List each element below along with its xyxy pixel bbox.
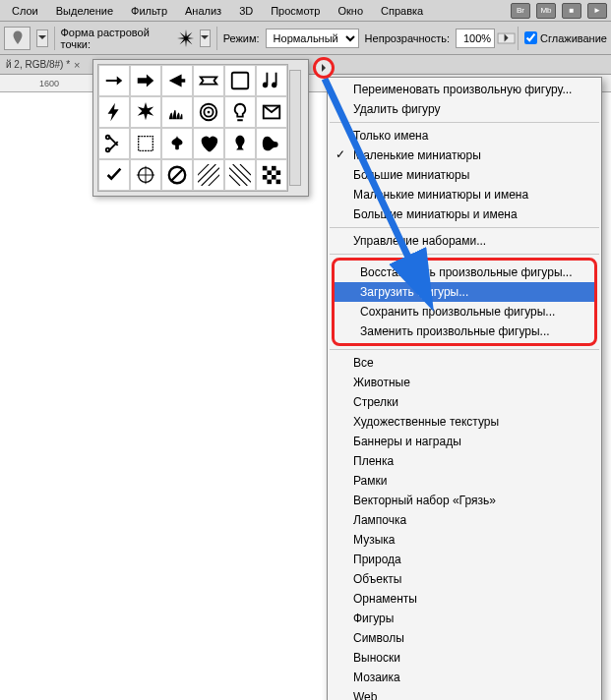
svg-line-15: [229, 168, 247, 186]
lightbulb-icon[interactable]: [224, 96, 256, 128]
antialias-checkbox[interactable]: Сглаживание: [524, 31, 607, 44]
prohibit-icon[interactable]: [161, 159, 193, 191]
shape-grid: [97, 64, 288, 192]
menu-preset-item[interactable]: Орнаменты: [328, 589, 601, 609]
frame-icon[interactable]: [224, 65, 256, 96]
minibridge-icon[interactable]: Mb: [536, 3, 556, 19]
menu-preset-item[interactable]: Музыка: [328, 530, 601, 550]
tool-options-bar: Форма растровой точки: Режим: Нормальный…: [0, 22, 611, 55]
menu-preset-item[interactable]: Выноски: [328, 648, 601, 668]
separator: [330, 349, 599, 350]
flyout-menu: Переименовать произвольную фигуру... Уда…: [327, 77, 602, 700]
target-icon[interactable]: [193, 96, 224, 128]
menu-preset-item[interactable]: Векторный набор «Грязь»: [328, 491, 601, 510]
burst-icon[interactable]: [130, 96, 161, 128]
separator: [330, 254, 599, 255]
menu-preset-item[interactable]: Объекты: [328, 569, 601, 589]
arrow-bold-icon[interactable]: [130, 65, 161, 96]
menu-save-shapes[interactable]: Сохранить произвольные фигуры...: [335, 302, 594, 321]
svg-rect-22: [276, 170, 281, 175]
note-icon[interactable]: [256, 65, 287, 96]
menu-names-only[interactable]: Только имена: [328, 126, 601, 146]
envelope-icon[interactable]: [256, 96, 287, 128]
menu-replace-shapes[interactable]: Заменить произвольные фигуры...: [335, 321, 594, 341]
antialias-label: Сглаживание: [540, 32, 607, 44]
blob-icon[interactable]: [256, 128, 287, 159]
svg-line-12: [202, 168, 219, 186]
check-icon[interactable]: [98, 159, 130, 191]
arrow-right-icon[interactable]: [98, 65, 130, 96]
screen-mode-icon[interactable]: ■: [562, 3, 581, 19]
menu-preset-item[interactable]: Рамки: [328, 471, 601, 491]
arrange-icon[interactable]: ►: [587, 3, 607, 19]
panel-flyout-button[interactable]: [313, 57, 335, 79]
fleur-icon[interactable]: [161, 128, 193, 159]
crosshair-icon[interactable]: [130, 159, 161, 191]
menu-preset-item[interactable]: Природа: [328, 550, 601, 569]
checker-icon[interactable]: [256, 159, 287, 191]
shape-dropdown[interactable]: [200, 29, 211, 47]
menu-delete-shape[interactable]: Удалить фигуру: [328, 99, 601, 119]
diagonal-icon[interactable]: [193, 159, 224, 191]
svg-rect-0: [232, 73, 249, 89]
menu-preset-item[interactable]: Лампочка: [328, 510, 601, 530]
opacity-label: Непрозрачность:: [365, 32, 450, 44]
menu-help[interactable]: Справка: [373, 2, 431, 20]
menu-rename-shape[interactable]: Переименовать произвольную фигуру...: [328, 80, 601, 99]
bridge-icon[interactable]: Br: [511, 3, 530, 19]
menu-layers[interactable]: Слои: [4, 2, 46, 20]
svg-line-10: [172, 170, 183, 181]
menu-load-shapes[interactable]: Загрузить фигуры...: [335, 282, 594, 302]
heart-icon[interactable]: [193, 128, 224, 159]
diagonal2-icon[interactable]: [224, 159, 256, 191]
antialias-box[interactable]: [524, 31, 537, 44]
mode-label: Режим:: [223, 32, 260, 44]
menu-reset-shapes[interactable]: Восстановить произвольные фигуры...: [335, 262, 594, 282]
opacity-input[interactable]: [456, 29, 495, 48]
svg-rect-26: [276, 180, 281, 185]
frame2-icon[interactable]: [130, 128, 161, 159]
svg-point-5: [106, 136, 110, 140]
menu-analysis[interactable]: Анализ: [177, 2, 229, 20]
shape-picker-panel: [92, 59, 309, 197]
svg-point-3: [208, 111, 211, 114]
menu-view[interactable]: Просмотр: [263, 2, 328, 20]
menu-preset-item[interactable]: Фигуры: [328, 609, 601, 628]
menu-3d[interactable]: 3D: [231, 2, 261, 20]
menu-small-thumbs[interactable]: Маленькие миниатюры: [328, 146, 601, 165]
menu-preset-item[interactable]: Животные: [328, 373, 601, 392]
grass-icon[interactable]: [161, 96, 193, 128]
menu-preset-item[interactable]: Web: [328, 687, 601, 700]
menu-filter[interactable]: Фильтр: [123, 2, 175, 20]
tool-preset-picker[interactable]: [4, 27, 31, 50]
shape-burst-icon: [177, 29, 193, 47]
blend-mode-select[interactable]: Нормальный: [266, 29, 359, 48]
menu-bar: Слои Выделение Фильтр Анализ 3D Просмотр…: [0, 0, 611, 22]
scissors-icon[interactable]: [98, 128, 130, 159]
close-icon[interactable]: ×: [74, 59, 80, 71]
svg-rect-23: [263, 175, 268, 180]
opacity-flyout[interactable]: [498, 32, 516, 43]
tool-preset-dropdown[interactable]: [36, 29, 47, 47]
arrow-pointer-icon[interactable]: [161, 65, 193, 96]
menu-preset-item[interactable]: Художественные текстуры: [328, 412, 601, 432]
menu-large-list[interactable]: Большие миниатюры и имена: [328, 204, 601, 224]
scrollbar[interactable]: [289, 70, 301, 186]
menu-small-list[interactable]: Маленькие миниатюры и имена: [328, 185, 601, 204]
menu-preset-item[interactable]: Мозаика: [328, 668, 601, 687]
menu-large-thumbs[interactable]: Большие миниатюры: [328, 165, 601, 185]
lightning-icon[interactable]: [98, 96, 130, 128]
banner-icon[interactable]: [193, 65, 224, 96]
menu-preset-manager[interactable]: Управление наборами...: [328, 231, 601, 251]
divider: [54, 27, 55, 50]
spade-icon[interactable]: [224, 128, 256, 159]
menu-selection[interactable]: Выделение: [48, 2, 121, 20]
menu-preset-item[interactable]: Символы: [328, 628, 601, 648]
menu-preset-item[interactable]: Пленка: [328, 451, 601, 471]
menu-window[interactable]: Окно: [330, 2, 371, 20]
menu-preset-item[interactable]: Все: [328, 353, 601, 373]
menu-preset-item[interactable]: Баннеры и награды: [328, 432, 601, 451]
svg-rect-7: [139, 137, 153, 151]
svg-rect-21: [267, 170, 272, 175]
menu-preset-item[interactable]: Стрелки: [328, 392, 601, 412]
